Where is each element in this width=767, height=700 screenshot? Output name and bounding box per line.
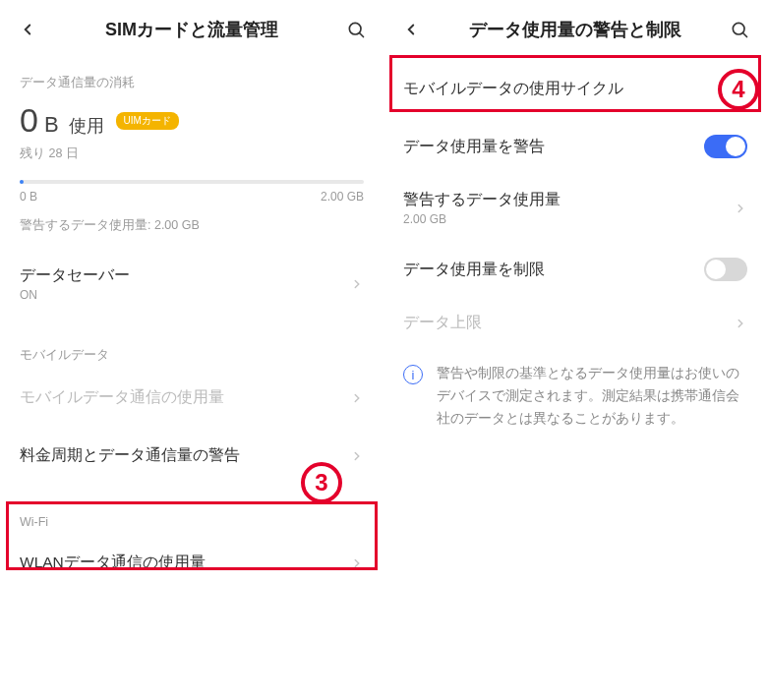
content: モバイルデータの使用サイクル データ使用量を警告 警告するデータ使用量 2.00… bbox=[384, 59, 767, 700]
chevron-right-icon bbox=[734, 317, 747, 330]
warning-threshold-text: 警告するデータ使用量: 2.00 GB bbox=[20, 217, 364, 234]
page-title: SIMカードと流量管理 bbox=[49, 18, 334, 41]
data-limit-label: データ上限 bbox=[403, 313, 734, 333]
scale-min: 0 B bbox=[20, 190, 37, 204]
chevron-right-icon bbox=[350, 556, 364, 570]
svg-line-1 bbox=[360, 33, 364, 37]
warn-amount-value: 2.00 GB bbox=[403, 212, 734, 226]
back-button[interactable] bbox=[397, 16, 425, 43]
progress-scale: 0 B 2.00 GB bbox=[20, 190, 364, 204]
row-warn-amount[interactable]: 警告するデータ使用量 2.00 GB bbox=[384, 174, 767, 242]
highlight-badge-3: 3 bbox=[301, 462, 342, 503]
chevron-right-icon bbox=[350, 391, 364, 405]
row-wlan-usage[interactable]: WLANデータ通信の使用量 bbox=[0, 539, 384, 587]
chevron-right-icon bbox=[350, 277, 364, 291]
row-data-limit-value: データ上限 bbox=[384, 297, 767, 349]
usage-number: 0 bbox=[20, 101, 38, 140]
uim-chip: UIMカード bbox=[116, 112, 179, 130]
row-warn-data-toggle[interactable]: データ使用量を警告 bbox=[384, 119, 767, 174]
warn-data-label: データ使用量を警告 bbox=[403, 137, 704, 157]
info-text: 警告や制限の基準となるデータ使用量はお使いのデバイスで測定されます。測定結果は携… bbox=[437, 363, 747, 431]
highlight-badge-4: 4 bbox=[718, 69, 759, 110]
chevron-right-icon bbox=[350, 449, 364, 463]
usage-block: 0 B 使用 UIMカード 残り 28 日 0 B 2.00 GB 警告するデー… bbox=[0, 101, 384, 240]
back-button[interactable] bbox=[14, 16, 41, 43]
mobile-data-usage-label: モバイルデータ通信の使用量 bbox=[20, 387, 350, 408]
remaining-days: 残り 28 日 bbox=[20, 146, 364, 162]
warn-data-toggle[interactable] bbox=[704, 135, 747, 158]
scale-max: 2.00 GB bbox=[321, 190, 364, 204]
chevron-right-icon bbox=[734, 202, 747, 215]
page-title: データ使用量の警告と制限 bbox=[433, 18, 718, 41]
header: データ使用量の警告と制限 bbox=[384, 0, 767, 59]
usage-line: 0 B 使用 UIMカード bbox=[20, 101, 364, 140]
info-icon: i bbox=[403, 365, 423, 384]
screen-data-warning-limit: データ使用量の警告と制限 モバイルデータの使用サイクル データ使用量を警告 警告… bbox=[384, 0, 767, 700]
row-mobile-data-usage[interactable]: モバイルデータ通信の使用量 bbox=[0, 374, 384, 422]
row-mobile-data-cycle[interactable]: モバイルデータの使用サイクル bbox=[384, 59, 767, 119]
usage-used-label: 使用 bbox=[69, 114, 104, 138]
limit-data-toggle[interactable] bbox=[704, 258, 747, 281]
row-limit-data-toggle[interactable]: データ使用量を制限 bbox=[384, 242, 767, 297]
info-note: i 警告や制限の基準となるデータ使用量はお使いのデバイスで測定されます。測定結果… bbox=[384, 349, 767, 444]
data-saver-state: ON bbox=[20, 288, 350, 302]
billing-cycle-warning-label: 料金周期とデータ通信量の警告 bbox=[20, 445, 350, 466]
progress-bar bbox=[20, 180, 364, 184]
svg-line-3 bbox=[743, 33, 747, 37]
limit-data-label: データ使用量を制限 bbox=[403, 260, 704, 280]
section-mobile-data: モバイルデータ bbox=[0, 318, 384, 374]
section-data-usage: データ通信量の消耗 bbox=[0, 59, 384, 101]
warn-amount-label: 警告するデータ使用量 bbox=[403, 190, 734, 210]
search-icon[interactable] bbox=[726, 16, 753, 43]
screen-sim-management: SIMカードと流量管理 データ通信量の消耗 0 B 使用 UIMカード 残り 2… bbox=[0, 0, 384, 700]
row-data-saver[interactable]: データセーバー ON bbox=[0, 250, 384, 318]
header: SIMカードと流量管理 bbox=[0, 0, 384, 59]
mobile-data-cycle-label: モバイルデータの使用サイクル bbox=[403, 79, 734, 99]
search-icon[interactable] bbox=[342, 16, 370, 43]
wlan-usage-label: WLANデータ通信の使用量 bbox=[20, 553, 350, 573]
data-saver-label: データセーバー bbox=[20, 265, 350, 286]
progress-fill bbox=[20, 180, 24, 184]
content: データ通信量の消耗 0 B 使用 UIMカード 残り 28 日 0 B 2.00… bbox=[0, 59, 384, 700]
usage-unit: B bbox=[44, 112, 59, 138]
